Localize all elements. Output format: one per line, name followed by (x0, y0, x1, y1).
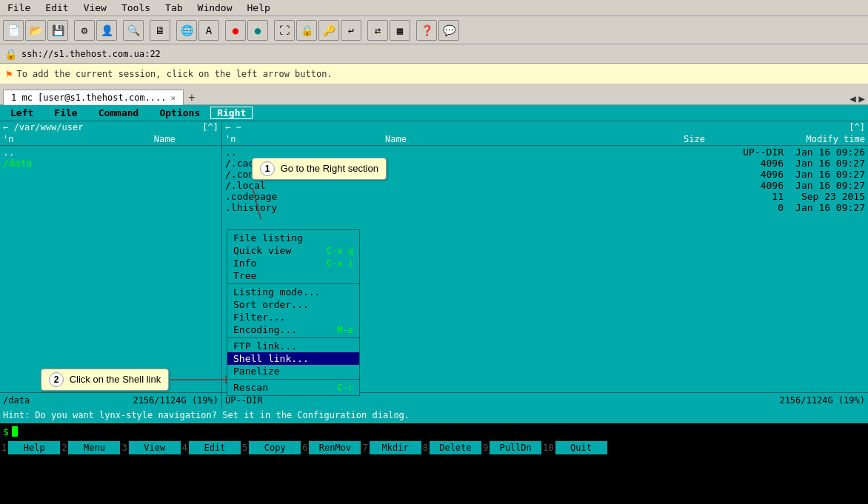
notif-icon: ⚑ (6, 68, 12, 80)
toolbar-help-btn[interactable]: ❓ (416, 20, 437, 41)
fkey-5[interactable]: 5 Copy (241, 441, 301, 454)
panel-nav-bar: Left File Command Options Right (0, 105, 868, 121)
panel-nav-left[interactable]: Left (0, 106, 44, 120)
fkey-10[interactable]: 10 Quit (541, 441, 607, 454)
toolbar-arrow[interactable]: ↩ (341, 20, 361, 41)
tabbar: 1 mc [user@s1.thehost.com.... ✕ + ◀ ▶ (0, 84, 868, 105)
toolbar-block[interactable]: ▦ (390, 20, 410, 41)
toolbar-teal-circle[interactable]: ● (247, 20, 268, 41)
toolbar-new[interactable]: 📄 (3, 20, 24, 41)
menu-item-listing-mode[interactable]: Listing mode... (227, 286, 359, 298)
menubar: File Edit View Tools Tab Window Help (0, 0, 868, 16)
left-panel: ← /var/www/user [^] 'n Name .. /data (0, 121, 222, 392)
right-col-n: 'n (225, 134, 385, 144)
menu-help[interactable]: Help (243, 1, 275, 15)
toolbar-profiles[interactable]: 👤 (96, 20, 117, 41)
menu-section-view: File listing Quick view C-x q Info C-x i… (227, 230, 359, 284)
right-col-mtime: Modify time (705, 134, 865, 144)
toolbar-sessions[interactable]: 🖥 (150, 20, 170, 41)
right-col-name: Name (385, 134, 545, 144)
addressbar: 🔒 ssh://s1.thehost.com.ua:22 (0, 44, 868, 64)
menu-file[interactable]: File (3, 1, 35, 15)
shell-prompt: $ (3, 426, 9, 437)
list-item[interactable]: .. UP--DIR Jan 16 09:26 (225, 147, 865, 158)
right-panel-path: ← ~ [^] (222, 121, 868, 133)
panel-nav-command[interactable]: Command (88, 106, 150, 120)
toolbar-search[interactable]: 🔍 (123, 20, 144, 41)
menu-tab[interactable]: Tab (161, 1, 187, 15)
menu-section-links: FTP link... Shell link... Panelize (227, 338, 359, 380)
file-panels: ← /var/www/user [^] 'n Name .. /data ← ~… (0, 121, 868, 392)
tab-next-icon[interactable]: ▶ (859, 93, 865, 104)
toolbar-settings[interactable]: ⚙ (74, 20, 95, 41)
callout-2: 2 Click on the Shell link (41, 369, 169, 391)
menu-item-shell-link[interactable]: Shell link... (227, 352, 359, 365)
toolbar-red-circle[interactable]: ● (225, 20, 246, 41)
right-panel-header: 'n Name Size Modify time (222, 133, 868, 146)
lock-icon: 🔒 (4, 48, 17, 60)
fkey-2[interactable]: 2 Menu (60, 441, 120, 454)
fkey-4[interactable]: 4 Edit (181, 441, 241, 454)
tab-mc[interactable]: 1 mc [user@s1.thehost.com.... ✕ (3, 90, 184, 105)
panel-nav-options[interactable]: Options (149, 106, 210, 120)
toolbar-chat[interactable]: 💬 (438, 20, 459, 41)
menu-section-listing: Listing mode... Sort order... Filter... … (227, 284, 359, 338)
tab-close-icon[interactable]: ✕ (171, 93, 176, 103)
tab-prev-icon[interactable]: ◀ (849, 93, 855, 104)
notifbar: ⚑ To add the current session, click on t… (0, 64, 868, 84)
callout-1: 1 Go to the Right section (252, 158, 387, 180)
list-item[interactable]: /.local 4096 Jan 16 09:27 (225, 180, 865, 191)
panel-nav-file[interactable]: File (44, 106, 87, 120)
toolbar-transfer[interactable]: ⇄ (367, 20, 388, 41)
toolbar-lock[interactable]: 🔒 (296, 20, 317, 41)
menu-item-quick-view[interactable]: Quick view C-x q (227, 244, 359, 257)
list-item[interactable]: /data (3, 158, 218, 169)
toolbar-font[interactable]: A (198, 20, 219, 41)
fkey-6[interactable]: 6 RenMov (301, 441, 361, 454)
tab-label: 1 mc [user@s1.thehost.com.... (11, 93, 167, 103)
cursor (12, 426, 18, 437)
fkey-1[interactable]: 1 Help (0, 441, 60, 454)
list-item[interactable]: .lhistory 0 Jan 16 09:27 (225, 202, 865, 213)
fkey-8[interactable]: 8 Delete (421, 441, 481, 454)
callout-2-text: Click on the Shell link (70, 374, 161, 385)
toolbar-key[interactable]: 🔑 (318, 20, 339, 41)
list-item[interactable]: .codepage 11 Sep 23 2015 (225, 191, 865, 202)
right-size-info: 2156/1124G (19%) (779, 395, 865, 406)
fkey-9[interactable]: 9 PullDn (481, 441, 541, 454)
function-key-bar: 1 Help 2 Menu 3 View 4 Edit 5 Copy 6 Ren… (0, 440, 868, 456)
menu-edit[interactable]: Edit (41, 1, 73, 15)
menu-item-info[interactable]: Info C-x i (227, 257, 359, 269)
left-status: /data 2156/1124G (19%) (0, 393, 222, 409)
menu-item-tree[interactable]: Tree (227, 269, 359, 282)
panel-nav-right[interactable]: Right (210, 107, 253, 119)
toolbar-globe[interactable]: 🌐 (176, 20, 197, 41)
left-size-info: 2156/1124G (19%) (133, 395, 218, 406)
left-col-name: Name (111, 134, 219, 144)
fkey-3[interactable]: 3 View (120, 441, 180, 454)
menu-window[interactable]: Window (193, 1, 237, 15)
right-panel-menu: File listing Quick view C-x q Info C-x i… (227, 229, 360, 396)
left-col-n: 'n (3, 134, 111, 144)
callout-2-number: 2 (49, 372, 64, 387)
menu-item-ftp-link[interactable]: FTP link... (227, 340, 359, 352)
toolbar-save[interactable]: 💾 (47, 20, 68, 41)
tab-add-button[interactable]: + (184, 91, 199, 104)
left-panel-path: ← /var/www/user [^] (0, 121, 221, 133)
fkey-7[interactable]: 7 Mkdir (361, 441, 421, 454)
menu-item-panelize[interactable]: Panelize (227, 365, 359, 377)
menu-item-filter[interactable]: Filter... (227, 311, 359, 323)
mc-wrapper: Left File Command Options Right ← /var/w… (0, 105, 868, 423)
list-item[interactable]: .. (3, 147, 218, 158)
menu-view[interactable]: View (79, 1, 111, 15)
menu-item-sort-order[interactable]: Sort order... (227, 298, 359, 311)
toolbar-open[interactable]: 📂 (25, 20, 46, 41)
menu-item-file-listing[interactable]: File listing (227, 232, 359, 244)
left-status-text: /data (3, 395, 30, 406)
mc-statusbar: /data 2156/1124G (19%) UP--DIR 2156/1124… (0, 392, 868, 409)
menu-tools[interactable]: Tools (117, 1, 155, 15)
toolbar-fullscreen[interactable]: ⛶ (274, 20, 295, 41)
menu-item-encoding[interactable]: Encoding... M-e (227, 323, 359, 336)
tab-nav-arrows: ◀ ▶ (849, 93, 865, 104)
menu-item-rescan[interactable]: Rescan C-r (227, 381, 359, 394)
